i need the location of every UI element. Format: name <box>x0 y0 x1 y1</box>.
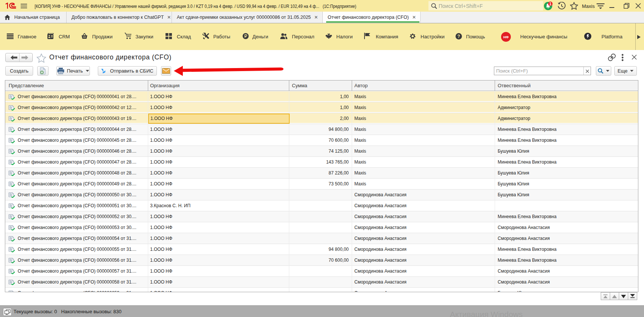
svg-text:1: 1 <box>549 2 551 6</box>
svg-text:?: ? <box>457 34 460 39</box>
svg-text:НФ: НФ <box>503 35 509 39</box>
